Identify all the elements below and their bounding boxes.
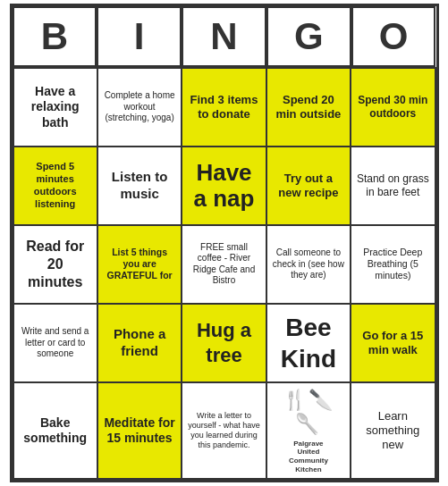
cell-4-2[interactable]: Write a letter to yourself - what have y… [182,383,266,480]
cell-3-4[interactable]: Go for a 15 min walk [351,305,435,383]
bingo-grid: Have a relaxing bath Complete a home wor… [13,67,436,480]
cell-4-1[interactable]: Meditate for 15 minutes [98,383,182,480]
bingo-header: B I N G O [13,6,436,67]
cell-3-3[interactable]: Bee Kind [267,305,351,383]
cell-0-1[interactable]: Complete a home workout (stretching, yog… [98,69,182,147]
cell-4-0[interactable]: Bake something [14,383,98,480]
header-n: N [182,6,266,67]
header-i: I [97,6,182,67]
bingo-card: B I N G O Have a relaxing bath Complete … [10,4,439,482]
cell-1-3[interactable]: Try out a new recipe [267,147,351,226]
cell-0-3[interactable]: Spend 20 min outside [267,69,351,147]
cell-1-4[interactable]: Stand on grass in bare feet [351,147,435,226]
cell-1-1[interactable]: Listen to music [98,147,182,226]
cell-0-0[interactable]: Have a relaxing bath [14,69,98,147]
kitchen-icons: 🍴🔪🥄 [272,388,345,437]
cell-0-4[interactable]: Spend 30 min outdoors [351,69,435,147]
cell-4-3: 🍴🔪🥄 PalgraveUnitedCommunityKitchen [267,383,351,480]
cell-0-2[interactable]: Find 3 items to donate [182,69,266,147]
cell-2-1[interactable]: List 5 things you are GRATEFUL for [98,226,182,305]
header-g: G [266,6,351,67]
cell-2-2[interactable]: FREE small coffee - River Ridge Cafe and… [182,226,266,305]
cell-3-0[interactable]: Write and send a letter or card to someo… [14,305,98,383]
cell-2-3[interactable]: Call someone to check in (see how they a… [267,226,351,305]
header-o: O [351,6,436,67]
kitchen-logo: 🍴🔪🥄 PalgraveUnitedCommunityKitchen [272,388,345,473]
kitchen-text: PalgraveUnitedCommunityKitchen [289,440,328,473]
cell-1-0[interactable]: Spend 5 minutes outdoors listening [14,147,98,226]
cell-3-2[interactable]: Hug a tree [182,305,266,383]
cell-2-0[interactable]: Read for 20 minutes [14,226,98,305]
cell-2-4[interactable]: Practice Deep Breathing (5 minutes) [351,226,435,305]
cell-3-1[interactable]: Phone a friend [98,305,182,383]
cell-1-2[interactable]: Have a nap [182,147,266,226]
header-b: B [13,6,97,67]
cell-4-4[interactable]: Learn something new [351,383,435,480]
